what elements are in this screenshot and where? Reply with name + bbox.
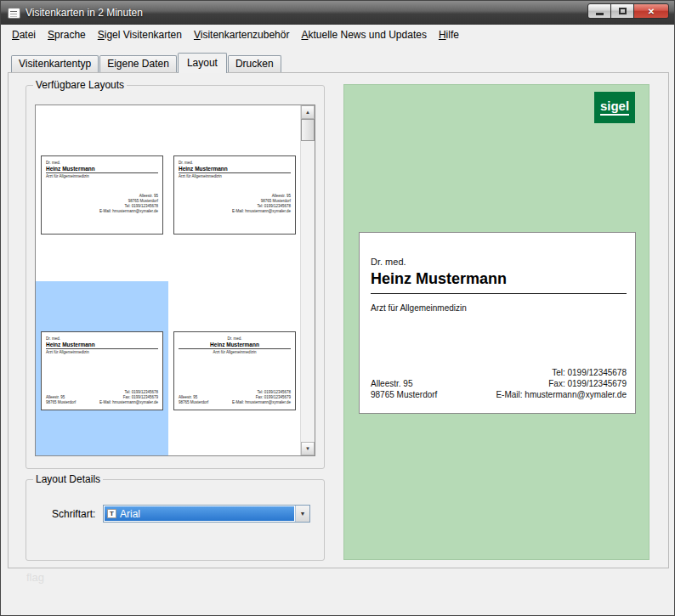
sigel-logo-text: sigel bbox=[600, 99, 629, 116]
menu-sigel-visitenkarten[interactable]: Sigel Visitenkarten bbox=[92, 26, 188, 43]
thumb-card-title: Dr. med. bbox=[179, 336, 291, 341]
thumb-card-subtitle: Arzt für Allgemeinmedizin bbox=[46, 350, 158, 354]
font-label: Schriftart: bbox=[52, 508, 95, 520]
window-controls: ✕ bbox=[588, 3, 669, 19]
thumb-email: E-Mail: hmustermann@xymaler.de bbox=[232, 400, 291, 405]
scroll-up-button[interactable]: ▲ bbox=[301, 105, 315, 119]
font-combobox-dropdown-button[interactable]: ▼ bbox=[295, 506, 309, 522]
thumb-card-title: Dr. med. bbox=[179, 161, 291, 165]
maximize-button[interactable] bbox=[610, 3, 634, 19]
menu-hilfe[interactable]: Hilfe bbox=[433, 26, 465, 43]
menubar: Datei Sprache Sigel Visitenkarten Visite… bbox=[1, 25, 674, 45]
thumb-card-title: Dr. med. bbox=[46, 161, 158, 165]
layout-thumb-3[interactable]: Dr. med. Heinz Mustermann Arzt für Allge… bbox=[41, 331, 163, 410]
thumb-card-subtitle: Arzt für Allgemeinmedizin bbox=[179, 350, 291, 354]
thumb-card-subtitle: Arzt für Allgemeinmedizin bbox=[179, 174, 291, 178]
card-subtitle: Arzt für Allgemeinmedizin bbox=[371, 303, 467, 313]
minimize-button[interactable] bbox=[587, 3, 611, 19]
scroll-down-button[interactable]: ▼ bbox=[301, 442, 315, 455]
dropdown-arrow-icon: ▼ bbox=[300, 511, 306, 517]
thumb-header: Dr. med. Heinz Mustermann Arzt für Allge… bbox=[46, 161, 158, 178]
truetype-font-icon: T bbox=[107, 509, 116, 518]
tab-visitenkartentyp[interactable]: Visitenkartentyp bbox=[11, 55, 99, 72]
titlebar[interactable]: Visitenkarten in 2 Minuten ✕ bbox=[1, 1, 674, 25]
maximize-icon bbox=[619, 8, 627, 14]
close-icon: ✕ bbox=[648, 7, 655, 16]
thumb-city: 98765 Musterdorf bbox=[46, 400, 76, 405]
thumb-card-name: Heinz Mustermann bbox=[179, 342, 291, 349]
thumb-card-name: Heinz Mustermann bbox=[46, 342, 158, 349]
layout-thumb-1[interactable]: Dr. med. Heinz Mustermann Arzt für Allge… bbox=[41, 155, 163, 235]
menu-datei[interactable]: Datei bbox=[6, 26, 42, 43]
available-layouts-group: Verfügbare Layouts Dr. med. Heinz Muster… bbox=[26, 85, 325, 469]
tab-drucken[interactable]: Drucken bbox=[228, 55, 281, 72]
card-address-block: Alleestr. 95 98765 Musterdorf bbox=[371, 378, 437, 400]
layout-details-group: Layout Details Schriftart: T Arial ▼ bbox=[26, 479, 325, 561]
card-street: Alleestr. 95 bbox=[371, 378, 437, 389]
thumb-card-title: Dr. med. bbox=[46, 336, 158, 341]
card-fax: Fax: 0199/12345679 bbox=[496, 378, 627, 389]
card-preview-area: sigel Dr. med. Heinz Mustermann Arzt für… bbox=[343, 84, 649, 560]
window-title: Visitenkarten in 2 Minuten bbox=[26, 7, 143, 19]
thumb-address-block: Alleestr. 95 98765 Musterdorf bbox=[46, 395, 76, 405]
menu-visitenkartenzubehoer[interactable]: Visitenkartenzubehör bbox=[188, 26, 296, 43]
menu-sprache[interactable]: Sprache bbox=[42, 26, 92, 43]
app-window: Visitenkarten in 2 Minuten ✕ Datei Sprac… bbox=[0, 0, 675, 616]
font-combobox[interactable]: T Arial ▼ bbox=[103, 505, 310, 523]
close-button[interactable]: ✕ bbox=[633, 3, 669, 19]
scrollbar-thumb[interactable] bbox=[301, 119, 315, 141]
font-combobox-value: Arial bbox=[120, 508, 140, 520]
layout-cell-4[interactable]: Dr. med. Heinz Mustermann Arzt für Allge… bbox=[168, 281, 300, 455]
thumb-email: E-Mail: hmustermann@xymaler.de bbox=[99, 209, 158, 214]
card-contact-block: Tel: 0199/12345678 Fax: 0199/12345679 E-… bbox=[496, 367, 627, 400]
sigel-logo: sigel bbox=[594, 92, 635, 123]
tab-layout[interactable]: Layout bbox=[178, 53, 227, 73]
card-city: 98765 Musterdorf bbox=[371, 389, 437, 400]
thumb-header: Dr. med. Heinz Mustermann Arzt für Allge… bbox=[179, 336, 291, 354]
tab-strip: Visitenkartentyp Eigene Daten Layout Dru… bbox=[11, 53, 282, 72]
layout-details-label: Layout Details bbox=[33, 473, 103, 485]
thumb-contact-block: Tel: 0199/12345678 Fax: 0199/12345679 E-… bbox=[232, 390, 291, 405]
card-email: E-Mail: hmustermann@xymaler.de bbox=[496, 389, 627, 400]
layout-cell-3-selected[interactable]: Dr. med. Heinz Mustermann Arzt für Allge… bbox=[36, 281, 168, 455]
thumb-contact-block: Tel: 0199/12345678 Fax: 0199/12345679 E-… bbox=[99, 390, 158, 405]
layouts-list-content: Dr. med. Heinz Mustermann Arzt für Allge… bbox=[36, 105, 300, 455]
card-tel: Tel: 0199/12345678 bbox=[496, 367, 627, 378]
card-name: Heinz Mustermann bbox=[371, 270, 627, 294]
tab-eigene-daten[interactable]: Eigene Daten bbox=[99, 55, 177, 72]
thumb-contact-block: Alleestr. 95 98765 Musterdorf Tel: 0199/… bbox=[232, 194, 291, 214]
minimize-icon bbox=[596, 13, 604, 15]
thumb-contact-block: Alleestr. 95 98765 Musterdorf Tel: 0199/… bbox=[99, 194, 158, 214]
thumb-city: 98765 Musterdorf bbox=[179, 400, 208, 405]
layout-thumb-4[interactable]: Dr. med. Heinz Mustermann Arzt für Allge… bbox=[173, 331, 296, 410]
thumb-header: Dr. med. Heinz Mustermann Arzt für Allge… bbox=[179, 161, 291, 178]
thumb-email: E-Mail: hmustermann@xymaler.de bbox=[99, 400, 158, 405]
thumb-card-name: Heinz Mustermann bbox=[46, 166, 158, 173]
card-title: Dr. med. bbox=[371, 257, 406, 267]
app-icon bbox=[8, 8, 20, 19]
layout-cell-1[interactable]: Dr. med. Heinz Mustermann Arzt für Allge… bbox=[36, 105, 168, 281]
available-layouts-label: Verfügbare Layouts bbox=[33, 79, 127, 91]
layouts-listbox[interactable]: Dr. med. Heinz Mustermann Arzt für Allge… bbox=[35, 105, 315, 456]
thumb-card-name: Heinz Mustermann bbox=[179, 166, 291, 173]
scroll-up-icon: ▲ bbox=[305, 110, 310, 115]
layouts-scrollbar[interactable]: ▲ ▼ bbox=[300, 105, 315, 455]
tab-panel: Verfügbare Layouts Dr. med. Heinz Muster… bbox=[8, 72, 669, 568]
layout-thumb-2[interactable]: Dr. med. Heinz Mustermann Arzt für Allge… bbox=[173, 155, 296, 235]
layout-cell-2[interactable]: Dr. med. Heinz Mustermann Arzt für Allge… bbox=[168, 105, 300, 281]
menu-news-updates[interactable]: Aktuelle News und Updates bbox=[295, 26, 432, 43]
font-combobox-selection: T Arial bbox=[105, 506, 294, 521]
thumb-card-subtitle: Arzt für Allgemeinmedizin bbox=[46, 174, 158, 178]
watermark-text: flag bbox=[26, 571, 44, 584]
thumb-address-block: Alleestr. 95 98765 Musterdorf bbox=[179, 395, 208, 405]
scroll-down-icon: ▼ bbox=[305, 446, 310, 451]
business-card-preview: Dr. med. Heinz Mustermann Arzt für Allge… bbox=[359, 232, 636, 414]
card-footer: Alleestr. 95 98765 Musterdorf Tel: 0199/… bbox=[371, 367, 627, 400]
thumb-header: Dr. med. Heinz Mustermann Arzt für Allge… bbox=[46, 336, 158, 354]
thumb-email: E-Mail: hmustermann@xymaler.de bbox=[232, 209, 291, 214]
